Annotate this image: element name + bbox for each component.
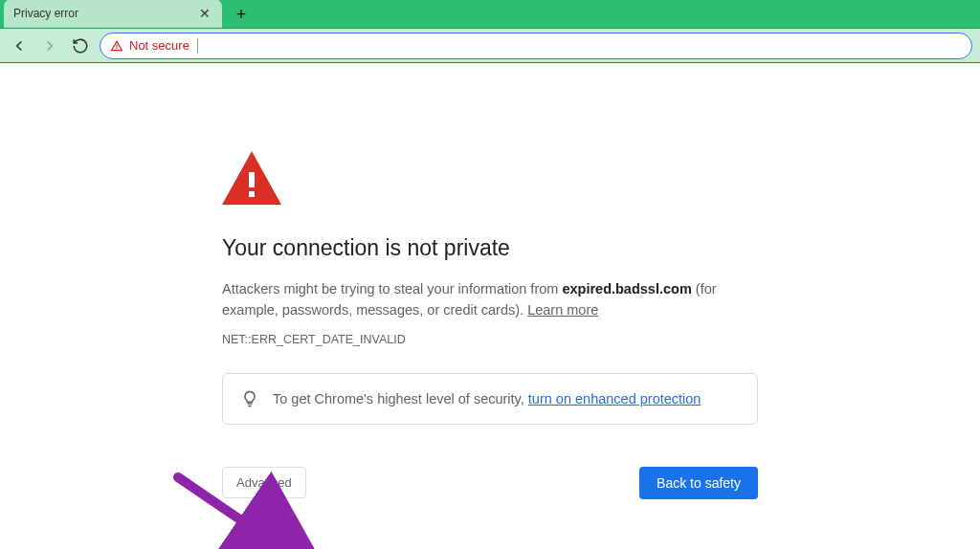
body-text-prefix: Attackers might be trying to steal your … [222,281,562,296]
new-tab-button[interactable]: + [228,1,255,28]
text-cursor [197,38,198,54]
back-button[interactable] [8,34,31,57]
body-domain: expired.badssl.com [562,281,691,296]
action-row: Advanced Back to safety [222,467,758,499]
arrow-right-icon [41,37,58,55]
enhanced-protection-link[interactable]: turn on enhanced protection [528,391,702,406]
close-icon[interactable]: ✕ [197,6,212,21]
tip-text: To get Chrome's highest level of securit… [273,391,701,406]
page-title: Your connection is not private [222,235,758,261]
warning-body: Attackers might be trying to steal your … [222,278,758,321]
reload-button[interactable] [69,34,92,57]
svg-rect-0 [249,172,255,187]
forward-button[interactable] [38,34,61,57]
security-tip-box: To get Chrome's highest level of securit… [222,373,758,425]
reload-icon [72,37,89,55]
security-text: Not secure [129,38,189,53]
browser-toolbar: Not secure [0,29,980,63]
tip-prefix: To get Chrome's highest level of securit… [273,391,528,406]
tab-title: Privacy error [13,7,197,20]
browser-tab-strip: Privacy error ✕ + [0,0,980,29]
learn-more-link[interactable]: Learn more [527,302,598,318]
advanced-button[interactable]: Advanced [222,467,306,498]
warning-triangle-icon [110,39,123,53]
lightbulb-icon [240,389,259,408]
page-content: Your connection is not private Attackers… [0,63,980,549]
back-to-safety-button[interactable]: Back to safety [639,467,758,499]
arrow-left-icon [11,37,28,55]
svg-rect-1 [249,191,255,197]
warning-triangle-icon [222,151,758,209]
error-code: NET::ERR_CERT_DATE_INVALID [222,333,758,346]
browser-tab[interactable]: Privacy error ✕ [4,0,222,28]
security-indicator[interactable]: Not secure [110,38,189,53]
address-bar[interactable]: Not secure [100,33,972,59]
